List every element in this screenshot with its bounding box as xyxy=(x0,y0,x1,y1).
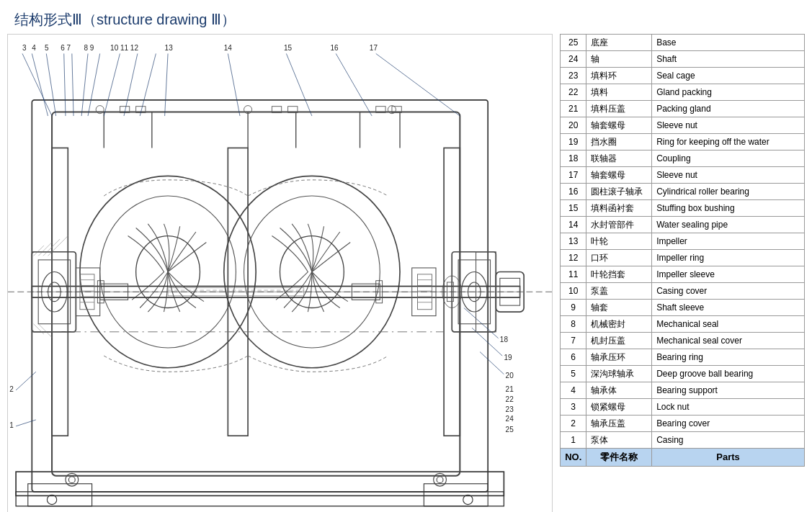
table-row: 7 机封压盖 Mechanical seal cover xyxy=(561,333,805,349)
part-name-en: Impeller sleeve xyxy=(652,266,805,283)
header-en: Parts xyxy=(652,449,805,467)
part-number: 16 xyxy=(561,184,586,200)
table-row: 18 联轴器 Coupling xyxy=(561,151,805,167)
part-number: 11 xyxy=(561,266,586,283)
part-name-zh: 轴套螺母 xyxy=(586,117,652,134)
table-row: 15 填料函衬套 Stuffing box bushing xyxy=(561,200,805,217)
part-name-en: Cylindrical roller bearing xyxy=(652,184,805,200)
svg-line-82 xyxy=(124,53,138,116)
part-number: 13 xyxy=(561,233,586,250)
svg-point-105 xyxy=(68,477,75,483)
svg-rect-14 xyxy=(28,484,92,506)
main-content: 3 4 5 6 7 8 9 10 11 12 13 14 15 16 17 xyxy=(0,34,812,512)
part-number: 6 xyxy=(561,349,586,366)
table-row: 19 挡水圈 Ring for keeping off the water xyxy=(561,134,805,151)
header-no: NO. xyxy=(561,449,586,467)
table-row: 11 叶轮挡套 Impeller sleeve xyxy=(561,266,805,283)
svg-text:25: 25 xyxy=(506,426,514,434)
svg-rect-15 xyxy=(424,484,488,506)
part-number: 10 xyxy=(561,283,586,300)
part-number: 22 xyxy=(561,84,586,101)
svg-text:24: 24 xyxy=(506,415,514,423)
svg-text:2: 2 xyxy=(9,385,14,393)
part-name-en: Shaft xyxy=(652,51,805,68)
part-number: 25 xyxy=(561,35,586,51)
svg-text:21: 21 xyxy=(506,385,514,393)
part-number: 21 xyxy=(561,101,586,117)
part-name-en: Bearing cover xyxy=(652,416,805,432)
table-row: 1 泵体 Casing xyxy=(561,432,805,449)
svg-text:1: 1 xyxy=(9,421,14,429)
part-name-zh: 轴套螺母 xyxy=(586,167,652,184)
part-name-en: Base xyxy=(652,35,805,51)
part-name-zh: 挡水圈 xyxy=(586,134,652,151)
table-row: 22 填料 Gland packing xyxy=(561,84,805,101)
table-row: 16 圆柱滚子轴承 Cylindrical roller bearing xyxy=(561,184,805,200)
page-title: 结构形式Ⅲ（structure drawing Ⅲ） xyxy=(0,0,812,34)
svg-text:4: 4 xyxy=(32,44,36,52)
technical-drawing: 3 4 5 6 7 8 9 10 11 12 13 14 15 16 17 xyxy=(8,35,552,512)
part-number: 3 xyxy=(561,399,586,416)
part-name-zh: 叶轮挡套 xyxy=(586,266,652,283)
part-name-en: Water sealing pipe xyxy=(652,217,805,233)
part-name-zh: 深沟球轴承 xyxy=(586,366,652,382)
part-name-zh: 轴套 xyxy=(586,300,652,316)
part-name-zh: 锁紧螺母 xyxy=(586,399,652,416)
svg-text:8  9: 8 9 xyxy=(84,44,94,52)
part-name-en: Impeller xyxy=(652,233,805,250)
svg-line-77 xyxy=(64,53,66,116)
svg-rect-13 xyxy=(16,492,504,506)
svg-line-78 xyxy=(72,53,73,116)
part-number: 20 xyxy=(561,117,586,134)
svg-text:22: 22 xyxy=(506,396,514,404)
table-row: 25 底座 Base xyxy=(561,35,805,51)
svg-line-83 xyxy=(140,53,156,116)
table-row: 24 轴 Shaft xyxy=(561,51,805,68)
part-name-en: Deep groove ball bearing xyxy=(652,366,805,382)
part-name-zh: 轴承压环 xyxy=(586,349,652,366)
part-name-zh: 机封压盖 xyxy=(586,333,652,349)
part-number: 1 xyxy=(561,432,586,449)
svg-text:5: 5 xyxy=(45,44,49,52)
svg-line-94 xyxy=(480,352,504,374)
part-name-zh: 轴承压盖 xyxy=(586,416,652,432)
table-row: 6 轴承压环 Bearing ring xyxy=(561,349,805,366)
part-name-zh: 叶轮 xyxy=(586,233,652,250)
svg-text:20: 20 xyxy=(506,372,514,379)
part-name-en: Bearing support xyxy=(652,382,805,399)
part-name-en: Shaft sleeve xyxy=(652,300,805,316)
part-name-en: Impeller ring xyxy=(652,250,805,266)
part-name-zh: 底座 xyxy=(586,35,652,51)
svg-point-107 xyxy=(437,477,443,483)
parts-table: 25 底座 Base 24 轴 Shaft 23 填料环 Seal cage 2… xyxy=(560,34,805,467)
svg-text:6  7: 6 7 xyxy=(61,44,71,52)
part-number: 18 xyxy=(561,151,586,167)
svg-line-79 xyxy=(81,53,88,116)
part-name-zh: 机械密封 xyxy=(586,316,652,333)
part-name-zh: 联轴器 xyxy=(586,151,652,167)
part-number: 2 xyxy=(561,416,586,432)
svg-text:15: 15 xyxy=(284,44,293,52)
svg-text:16: 16 xyxy=(330,44,339,52)
svg-line-74 xyxy=(22,53,52,116)
part-name-en: Casing cover xyxy=(652,283,805,300)
part-number: 19 xyxy=(561,134,586,151)
part-number: 17 xyxy=(561,167,586,184)
table-row: 13 叶轮 Impeller xyxy=(561,233,805,250)
part-name-zh: 口环 xyxy=(586,250,652,266)
svg-line-85 xyxy=(228,53,240,116)
svg-line-70 xyxy=(48,236,68,256)
table-header-row: NO. 零件名称 Parts xyxy=(561,449,805,467)
part-number: 4 xyxy=(561,382,586,399)
part-name-zh: 圆柱滚子轴承 xyxy=(586,184,652,200)
table-row: 23 填料环 Seal cage xyxy=(561,68,805,84)
table-row: 20 轴套螺母 Sleeve nut xyxy=(561,117,805,134)
part-number: 24 xyxy=(561,51,586,68)
svg-text:10  11  12: 10 11 12 xyxy=(110,44,138,52)
part-name-en: Casing xyxy=(652,432,805,449)
svg-line-90 xyxy=(464,307,499,338)
table-row: 9 轴套 Shaft sleeve xyxy=(561,300,805,316)
part-name-zh: 泵盖 xyxy=(586,283,652,300)
part-name-en: Mechanical seal xyxy=(652,316,805,333)
diagram-area: 3 4 5 6 7 8 9 10 11 12 13 14 15 16 17 xyxy=(7,34,553,512)
